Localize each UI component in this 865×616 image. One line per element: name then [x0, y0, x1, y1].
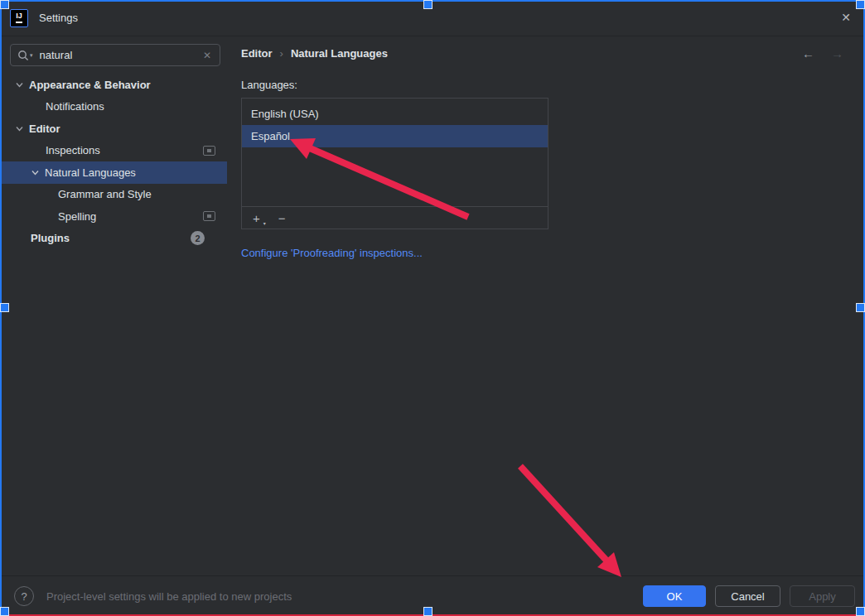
sidebar-item-natural-languages[interactable]: Natural Languages: [0, 161, 227, 184]
close-icon[interactable]: ✕: [838, 10, 853, 25]
language-name: Español: [251, 130, 290, 142]
settings-tree: Appearance & Behavior Notifications Edit…: [0, 74, 227, 249]
help-icon[interactable]: ?: [14, 586, 34, 606]
back-arrow-icon[interactable]: ←: [802, 46, 814, 60]
chevron-down-icon[interactable]: [13, 123, 25, 133]
sidebar-item-notifications[interactable]: Notifications: [0, 96, 227, 118]
sidebar-item-label: Plugins: [31, 232, 70, 244]
selection-handle[interactable]: [0, 303, 9, 312]
sidebar-item-grammar-and-style[interactable]: Grammar and Style: [0, 184, 227, 206]
sidebar-item-appearance-behavior[interactable]: Appearance & Behavior: [0, 74, 227, 96]
language-row-english[interactable]: English (USA): [242, 103, 548, 125]
search-history-caret-icon[interactable]: ▾: [30, 52, 33, 59]
language-row-espanol[interactable]: Español: [242, 125, 548, 147]
chevron-down-icon[interactable]: [13, 79, 25, 89]
search-field[interactable]: ▾ ✕: [10, 44, 220, 66]
add-dropdown-icon: ▾: [263, 220, 266, 226]
breadcrumb-separator: ›: [280, 47, 283, 60]
window-title: Settings: [39, 12, 78, 24]
title-bar: IJ Settings ✕: [0, 0, 865, 36]
sidebar-item-inspections[interactable]: Inspections: [0, 140, 227, 162]
language-name: English (USA): [251, 108, 319, 120]
footer-hint: Project-level settings will be applied t…: [46, 590, 292, 603]
sidebar-item-editor[interactable]: Editor: [0, 118, 227, 140]
chevron-down-icon[interactable]: [29, 167, 41, 177]
clear-search-icon[interactable]: ✕: [201, 50, 213, 61]
search-input[interactable]: [38, 48, 201, 62]
forward-arrow-icon: →: [831, 46, 843, 60]
sidebar-item-label: Inspections: [46, 144, 100, 156]
intellij-logo-icon: IJ: [10, 9, 28, 27]
sidebar-item-label: Spelling: [58, 210, 96, 223]
selection-handle[interactable]: [856, 0, 865, 9]
search-icon: [17, 50, 29, 61]
settings-content: Editor › Natural Languages ← → Languages…: [233, 36, 865, 575]
selection-border-top: [0, 0, 865, 2]
selection-handle[interactable]: [856, 303, 865, 312]
sidebar-item-spelling[interactable]: Spelling: [0, 205, 227, 228]
list-toolbar: +▾ −: [242, 206, 548, 229]
add-icon[interactable]: +▾: [250, 211, 263, 225]
settings-dialog: IJ Settings ✕ ▾ ✕ Appearance & Behavior …: [0, 0, 865, 616]
configure-proofreading-link[interactable]: Configure 'Proofreading' inspections...: [241, 247, 423, 259]
breadcrumb-natural-languages[interactable]: Natural Languages: [291, 47, 388, 60]
plugin-count-badge: 2: [191, 231, 205, 245]
settings-sidebar: ▾ ✕ Appearance & Behavior Notifications …: [0, 36, 233, 575]
cancel-button[interactable]: Cancel: [715, 585, 780, 607]
selection-handle[interactable]: [0, 0, 9, 9]
sidebar-item-label: Grammar and Style: [58, 188, 152, 200]
selection-handle[interactable]: [423, 0, 432, 9]
sidebar-item-plugins[interactable]: Plugins 2: [0, 228, 227, 250]
languages-label: Languages:: [241, 79, 297, 91]
ok-button[interactable]: OK: [643, 585, 706, 607]
dialog-footer: ? Project-level settings will be applied…: [0, 575, 865, 616]
inline-settings-icon[interactable]: [203, 146, 215, 156]
selection-handle[interactable]: [423, 607, 432, 616]
sidebar-item-label: Natural Languages: [45, 166, 136, 179]
remove-icon[interactable]: −: [276, 211, 288, 225]
selection-handle[interactable]: [0, 607, 9, 616]
breadcrumb: Editor › Natural Languages: [241, 47, 388, 60]
history-nav: ← →: [802, 46, 843, 60]
inline-settings-icon[interactable]: [203, 211, 215, 221]
sidebar-item-label: Editor: [29, 123, 60, 135]
sidebar-item-label: Appearance & Behavior: [29, 79, 151, 91]
apply-button[interactable]: Apply: [790, 585, 855, 607]
sidebar-item-label: Notifications: [46, 100, 104, 113]
languages-list: English (USA) Español +▾ −: [241, 98, 548, 229]
breadcrumb-editor[interactable]: Editor: [241, 47, 273, 60]
selection-handle[interactable]: [856, 607, 865, 616]
